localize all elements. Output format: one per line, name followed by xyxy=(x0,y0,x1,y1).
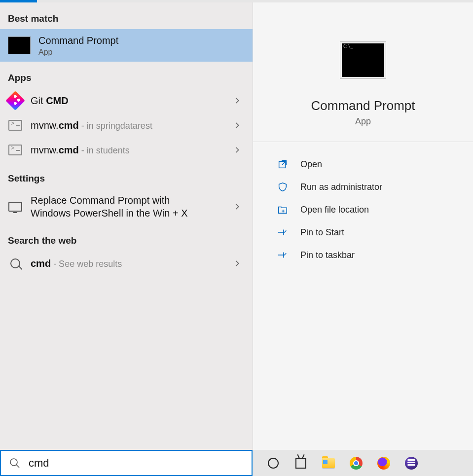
action-label: Open file location xyxy=(300,205,369,215)
search-input[interactable] xyxy=(29,457,244,470)
taskbar-icons xyxy=(253,450,473,476)
result-subtitle: App xyxy=(38,48,245,57)
section-apps: Apps xyxy=(0,62,253,88)
chevron-right-icon[interactable] xyxy=(230,97,245,104)
cmd-icon-large xyxy=(340,42,386,78)
action-label: Pin to Start xyxy=(300,227,344,238)
cli-icon xyxy=(8,143,23,157)
preview-header: Command Prompt App xyxy=(253,2,473,142)
cli-icon xyxy=(8,118,23,133)
result-title: mvnw.cmd - in springdatarest xyxy=(31,119,230,132)
action-open-location[interactable]: Open file location xyxy=(277,198,449,221)
open-icon xyxy=(277,159,289,170)
preview-subtitle: App xyxy=(355,116,371,127)
pin-icon xyxy=(277,227,289,238)
search-box[interactable] xyxy=(0,450,253,476)
action-run-admin[interactable]: Run as administrator xyxy=(277,176,449,198)
git-icon xyxy=(8,93,23,108)
result-mvnw-springdatarest[interactable]: mvnw.cmd - in springdatarest xyxy=(0,113,253,138)
result-title: Replace Command Prompt with Windows Powe… xyxy=(31,194,208,220)
section-search-web: Search the web xyxy=(0,224,253,251)
pin-icon xyxy=(277,250,289,260)
result-replace-cmd-powershell[interactable]: Replace Command Prompt with Windows Powe… xyxy=(0,189,253,224)
preview-title: Command Prompt xyxy=(311,98,415,113)
search-icon xyxy=(9,457,21,469)
result-title: mvnw.cmd - in students xyxy=(31,144,230,156)
cortana-icon[interactable] xyxy=(266,456,280,470)
shield-icon xyxy=(277,182,289,192)
chevron-right-icon[interactable] xyxy=(230,203,245,210)
monitor-icon xyxy=(8,199,23,214)
section-best-match: Best match xyxy=(0,2,253,29)
action-pin-taskbar[interactable]: Pin to taskbar xyxy=(277,244,449,266)
action-open[interactable]: Open xyxy=(277,153,449,176)
start-search-panel: Best match Command Prompt App Apps Git C… xyxy=(0,2,473,450)
result-web-cmd[interactable]: cmd - See web results xyxy=(0,251,253,276)
results-column: Best match Command Prompt App Apps Git C… xyxy=(0,2,253,450)
action-label: Run as administrator xyxy=(300,182,382,192)
action-label: Open xyxy=(300,159,322,170)
taskview-icon[interactable] xyxy=(294,456,308,470)
chevron-right-icon[interactable] xyxy=(230,146,245,153)
chevron-right-icon[interactable] xyxy=(230,122,245,129)
result-title: Command Prompt xyxy=(38,34,245,47)
action-pin-start[interactable]: Pin to Start xyxy=(277,221,449,244)
action-label: Pin to taskbar xyxy=(300,250,355,260)
taskbar xyxy=(0,450,473,476)
action-list: Open Run as administrator Open file loca… xyxy=(253,142,473,277)
result-title: Git CMD xyxy=(31,94,230,107)
section-settings: Settings xyxy=(0,162,253,189)
firefox-icon[interactable] xyxy=(377,456,391,470)
result-title: cmd - See web results xyxy=(31,257,230,270)
search-icon xyxy=(8,256,23,271)
tab-indicator xyxy=(0,0,37,2)
result-mvnw-students[interactable]: mvnw.cmd - in students xyxy=(0,138,253,162)
svg-point-1 xyxy=(10,459,17,466)
folder-open-icon xyxy=(277,204,289,215)
result-command-prompt[interactable]: Command Prompt App xyxy=(0,29,253,62)
cmd-icon xyxy=(8,34,31,57)
chevron-right-icon[interactable] xyxy=(230,260,245,267)
chrome-icon[interactable] xyxy=(349,456,363,470)
preview-column: Command Prompt App Open Run as administr… xyxy=(253,2,473,450)
file-explorer-icon[interactable] xyxy=(322,456,335,470)
eclipse-icon[interactable] xyxy=(404,456,418,470)
result-git-cmd[interactable]: Git CMD xyxy=(0,88,253,113)
